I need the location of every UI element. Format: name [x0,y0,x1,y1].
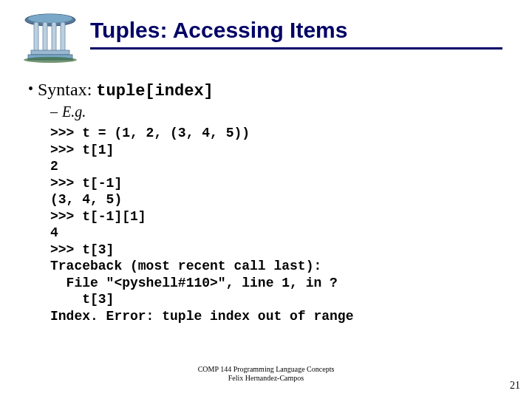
code-block: >>> t = (1, 2, (3, 4, 5)) >>> t[1] 2 >>>… [50,125,508,324]
svg-rect-3 [43,22,47,52]
content: •Syntax: tuple[index] –E.g. >>> t = (1, … [28,80,508,324]
svg-rect-6 [31,50,69,55]
slide: Tuples: Accessing Items •Syntax: tuple[i… [0,0,532,399]
bullet-dash-icon: – [50,103,62,120]
svg-point-8 [24,57,77,63]
svg-rect-4 [52,22,56,52]
svg-rect-2 [34,22,38,52]
bullet2-text: E.g. [62,103,86,120]
slide-title: Tuples: Accessing Items [90,18,508,43]
bullet-level-1: •Syntax: tuple[index] [28,80,508,100]
bullet-dot-icon: • [28,81,38,97]
header: Tuples: Accessing Items [24,13,508,64]
bullet1-code: tuple[index] [96,82,213,100]
svg-rect-5 [61,22,65,52]
bullet-level-2: –E.g. [50,103,508,120]
footer-line-1: COMP 144 Programming Language Concepts [0,365,532,374]
footer: COMP 144 Programming Language Concepts F… [0,365,532,383]
svg-point-1 [28,14,72,23]
title-block: Tuples: Accessing Items [90,13,508,50]
footer-line-2: Felix Hernandez-Campos [0,374,532,383]
logo-old-well-icon [24,13,84,64]
title-underline [90,47,502,50]
bullet1-text: Syntax: [38,80,96,99]
page-number: 21 [510,380,520,392]
